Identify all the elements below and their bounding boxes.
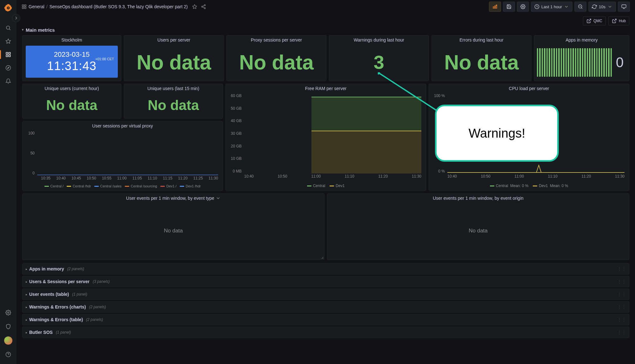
nav-search[interactable] bbox=[2, 22, 15, 34]
stat-value: No data bbox=[46, 97, 97, 113]
dashboard-body: QMC Hub ▸ Main metrics Stockholm 2023-03… bbox=[17, 13, 635, 364]
stat-value: 0 bbox=[612, 55, 628, 70]
plot-area bbox=[37, 133, 218, 175]
add-panel-button[interactable] bbox=[489, 2, 501, 12]
y-axis: 100500 bbox=[26, 131, 37, 175]
share-dashboard-button[interactable] bbox=[199, 2, 208, 11]
svg-rect-15 bbox=[24, 5, 26, 6]
link-hub-label: Hub bbox=[619, 19, 626, 23]
panel-unique-users-15min[interactable]: Unique users (last 15 min) No data bbox=[124, 84, 223, 119]
nav-dashboards[interactable] bbox=[2, 48, 15, 61]
collapsed-row[interactable]: ▸ Warnings & Errors (charts) (2 panels) … bbox=[22, 301, 629, 313]
link-qmc[interactable]: QMC bbox=[583, 16, 606, 25]
svg-rect-5 bbox=[6, 52, 8, 54]
link-qmc-label: QMC bbox=[593, 19, 602, 23]
chevron-down-icon bbox=[607, 4, 612, 9]
drag-handle-icon[interactable]: ⋮⋮ bbox=[618, 292, 626, 296]
breadcrumb-separator: / bbox=[46, 4, 48, 9]
panel-proxy-sessions[interactable]: Proxy sessions per server No data bbox=[226, 35, 326, 81]
collapsed-row[interactable]: ▸ Warnings & Errors (table) (2 panels) ⋮… bbox=[22, 314, 629, 325]
save-dashboard-button[interactable] bbox=[503, 2, 515, 12]
row-name: Warnings & Errors (charts) bbox=[29, 304, 86, 309]
share-icon bbox=[201, 4, 206, 9]
stat-value: No data bbox=[239, 51, 314, 74]
nav-configuration[interactable] bbox=[2, 306, 15, 319]
chevron-right-icon: ▸ bbox=[26, 331, 27, 334]
annotation-callout: Warnings! bbox=[435, 105, 559, 162]
nav-help[interactable] bbox=[2, 348, 15, 361]
chart-canvas: 100500 10:3510:4010:4510:5010:5511:0011:… bbox=[26, 131, 219, 183]
panel-title: Users per server bbox=[124, 36, 224, 44]
row-header-main-metrics[interactable]: ▸ Main metrics bbox=[22, 27, 629, 33]
breadcrumb-title[interactable]: SenseOps dashboard (Butler SOS 9.3, The … bbox=[50, 4, 188, 9]
breadcrumb-root[interactable]: General bbox=[29, 4, 44, 9]
sparkline-bars bbox=[537, 48, 612, 77]
tv-mode-button[interactable] bbox=[618, 2, 630, 12]
stat-value: No data bbox=[444, 51, 519, 74]
row-name: Users & Sessions per server bbox=[29, 279, 90, 284]
dashboard-settings-button[interactable] bbox=[517, 2, 529, 12]
add-panel-icon bbox=[492, 4, 498, 9]
svg-rect-24 bbox=[493, 7, 494, 8]
grafana-logo[interactable] bbox=[3, 3, 14, 13]
svg-rect-16 bbox=[24, 7, 26, 9]
avatar-icon bbox=[4, 336, 12, 345]
nav-starred[interactable] bbox=[2, 35, 15, 48]
drag-handle-icon[interactable]: ⋮⋮ bbox=[618, 279, 626, 284]
svg-rect-6 bbox=[9, 52, 10, 54]
collapsed-row[interactable]: ▸ Users & Sessions per server (3 panels)… bbox=[22, 276, 629, 287]
svg-rect-25 bbox=[495, 6, 496, 8]
chevron-right-icon: ▸ bbox=[26, 280, 27, 283]
panel-title: Apps in memory bbox=[534, 36, 629, 44]
panel-user-events-by-type[interactable]: User events per 1 min window, by event t… bbox=[22, 193, 324, 260]
nav-admin[interactable] bbox=[2, 320, 15, 333]
chart-legend: CentralDev1 bbox=[226, 182, 426, 191]
save-icon bbox=[506, 4, 511, 9]
clock-timezone: +01:00 CET bbox=[95, 57, 114, 61]
sidebar-expand-button[interactable] bbox=[12, 14, 20, 22]
svg-line-40 bbox=[378, 72, 441, 114]
svg-rect-8 bbox=[6, 55, 8, 57]
topbar: General / SenseOps dashboard (Butler SOS… bbox=[17, 0, 635, 13]
panel-apps-in-memory[interactable]: Apps in memory 0 bbox=[534, 35, 629, 81]
star-icon bbox=[5, 38, 11, 44]
x-axis: 10:4010:5011:0011:1011:2011:30 bbox=[244, 174, 421, 180]
link-hub[interactable]: Hub bbox=[608, 16, 629, 25]
nav-alerting[interactable] bbox=[2, 75, 15, 88]
drag-handle-icon[interactable]: ⋮⋮ bbox=[618, 317, 626, 322]
nav-user-avatar[interactable] bbox=[2, 334, 15, 347]
search-icon bbox=[5, 25, 11, 31]
svg-marker-18 bbox=[193, 4, 197, 9]
x-axis: 10:3510:4010:4510:5010:5511:0011:0511:10… bbox=[41, 176, 218, 182]
breadcrumb: General / SenseOps dashboard (Butler SOS… bbox=[22, 4, 188, 9]
svg-line-23 bbox=[203, 5, 204, 6]
no-data-message: No data bbox=[23, 202, 324, 260]
svg-line-22 bbox=[203, 7, 204, 8]
chevron-down-icon bbox=[564, 4, 569, 9]
row-name: Apps in memory bbox=[29, 266, 64, 271]
zoom-out-button[interactable] bbox=[574, 2, 586, 12]
svg-rect-17 bbox=[22, 7, 24, 9]
nav-explore[interactable] bbox=[2, 62, 15, 74]
star-dashboard-button[interactable] bbox=[190, 2, 199, 11]
chevron-down-icon[interactable] bbox=[216, 196, 221, 201]
drag-handle-icon[interactable]: ⋮⋮ bbox=[618, 267, 626, 271]
panel-user-events-by-origin[interactable]: User events per 1 min window, by event o… bbox=[327, 193, 629, 260]
resize-handle[interactable]: ◢ bbox=[321, 256, 324, 259]
panel-title: User events per 1 min window, by event t… bbox=[126, 196, 214, 201]
panel-clock[interactable]: Stockholm 2023-03-15 11:31:43 +01:00 CET bbox=[22, 35, 121, 81]
time-range-picker[interactable]: Last 1 hour bbox=[531, 2, 572, 12]
collapsed-row[interactable]: ▸ Apps in memory (2 panels) ⋮⋮ bbox=[22, 263, 629, 275]
row-panel-count: (2 panels) bbox=[67, 267, 84, 271]
collapsed-row[interactable]: ▸ Butler SOS (1 panel) ⋮⋮ bbox=[22, 327, 629, 338]
drag-handle-icon[interactable]: ⋮⋮ bbox=[618, 305, 626, 309]
panel-sessions-per-proxy[interactable]: User sessions per virtual proxy 100500 1… bbox=[22, 121, 223, 191]
collapsed-row[interactable]: ▸ User events (table) (1 panel) ⋮⋮ bbox=[22, 289, 629, 300]
panel-unique-users-hour[interactable]: Unique users (current hour) No data bbox=[22, 84, 121, 119]
svg-line-32 bbox=[581, 8, 582, 9]
svg-point-11 bbox=[8, 312, 9, 314]
panel-users-per-server[interactable]: Users per server No data bbox=[124, 35, 224, 81]
refresh-button[interactable]: 10s bbox=[588, 2, 616, 12]
clock-face: 2023-03-15 11:31:43 +01:00 CET bbox=[26, 46, 118, 78]
drag-handle-icon[interactable]: ⋮⋮ bbox=[618, 330, 626, 335]
